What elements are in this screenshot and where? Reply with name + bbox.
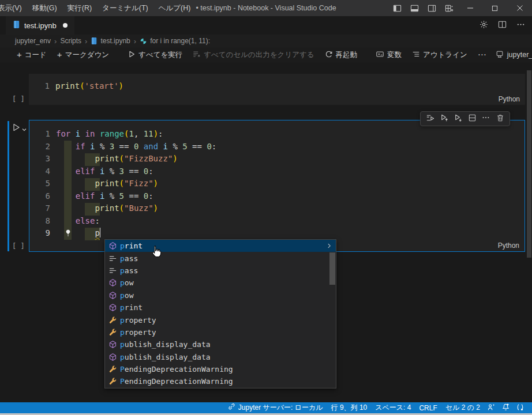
menu-item-1[interactable]: 移動(G) [27, 0, 62, 16]
suggest-item-print[interactable]: print [105, 240, 336, 252]
run-by-line-button[interactable] [424, 112, 436, 125]
suggest-item-print[interactable]: print [105, 301, 336, 314]
suggest-item-pass[interactable]: pass [105, 265, 336, 277]
delete-cell-button[interactable] [494, 112, 507, 125]
code-text: print("Buzz") [56, 202, 158, 215]
tab-label: test.ipynb [24, 21, 57, 30]
outline-button[interactable]: アウトライン [408, 49, 471, 61]
cell1-editor[interactable]: 1print('start') Python [29, 74, 525, 105]
clear-all-outputs-button[interactable]: すべてのセルの出力をクリアする [189, 49, 318, 61]
eol-status[interactable]: CRLF [415, 402, 441, 413]
suggest-item-publish_display_data[interactable]: publish_display_data [105, 338, 336, 350]
toggle-secondary-sidebar-button[interactable] [423, 0, 440, 16]
autocomplete-widget: printpasspasspowpowprintpropertyproperty… [104, 239, 336, 388]
suggest-item-pass[interactable]: pass [105, 252, 336, 264]
window-title: • test.ipynb - Notebook - Visual Studio … [196, 0, 336, 16]
suggest-item-label: pow [120, 291, 133, 300]
cursor-position-status[interactable]: 行 9、列 10 [327, 402, 372, 413]
kernel-environment-icon [496, 50, 504, 60]
menu-item-3[interactable]: ターミナル(T) [97, 0, 153, 16]
breadcrumb-segment-1[interactable]: Scripts [60, 37, 81, 45]
more-editor-actions-button[interactable] [514, 18, 527, 32]
tab-test-ipynb[interactable]: test.ipynb [6, 16, 74, 35]
notifications-button[interactable] [499, 402, 513, 413]
cell1-language-picker[interactable]: Python [499, 95, 520, 103]
line-number: 9 [29, 227, 56, 240]
add-markdown-cell-button[interactable]: + マークダウン [53, 49, 113, 61]
code-line[interactable]: 1for i in range(1, 11): [29, 128, 524, 141]
symbol-method-icon [108, 303, 117, 312]
notebook-scrollbar[interactable] [527, 70, 531, 258]
close-button[interactable] [507, 0, 532, 16]
kernel-picker-button[interactable]: jupyter_env (Python 3.9.7) [496, 50, 532, 60]
suggest-item-property[interactable]: property [105, 326, 336, 338]
more-cell-actions-button[interactable] [479, 112, 492, 125]
lightbulb-icon[interactable] [64, 229, 72, 240]
mouse-cursor [149, 244, 163, 263]
restart-kernel-button[interactable]: 再起動 [321, 49, 362, 61]
code-line[interactable]: 3 print("FizzBuzz") [29, 153, 524, 165]
code-text: if i % 3 == 0 and i % 5 == 0: [56, 141, 216, 153]
more-toolbar-actions-button[interactable]: ⋯ [474, 48, 491, 61]
minimize-button[interactable] [458, 0, 482, 16]
close-icon [516, 5, 523, 12]
breadcrumb-label: Scripts [60, 37, 81, 45]
suggest-item-pow[interactable]: pow [105, 289, 336, 301]
toggle-panel-button[interactable] [406, 0, 423, 16]
symbol-class-icon [108, 315, 117, 325]
breadcrumb-segment-2[interactable]: test.ipynb [91, 37, 130, 45]
line-number: 1 [29, 128, 56, 141]
language-status-button[interactable] [513, 402, 527, 413]
text-cursor [100, 228, 101, 237]
customize-layout-button[interactable] [440, 0, 458, 16]
indentation-status[interactable]: スペース: 4 [371, 402, 415, 413]
breadcrumb-separator: › [85, 37, 87, 46]
cell2-run-button[interactable] [12, 122, 29, 135]
code-text: print("FizzBuzz") [56, 153, 178, 165]
suggest-item-label: PendingDeprecationWarning [120, 365, 233, 373]
code-line[interactable]: 9 p [29, 227, 524, 240]
feedback-button[interactable] [484, 402, 499, 413]
suggest-item-property[interactable]: property [105, 314, 336, 326]
maximize-button[interactable] [482, 0, 507, 16]
code-line[interactable]: 6 elif i % 5 == 0: [29, 190, 524, 203]
suggest-item-PendingDeprecationWarning[interactable]: PendingDeprecationWarning [105, 363, 336, 375]
code-line[interactable]: 5 print("Fizz") [29, 178, 524, 190]
code-line[interactable]: 1print('start') [29, 80, 525, 93]
code-line[interactable]: 4 elif i % 3 == 0: [29, 165, 524, 178]
cell-position-status[interactable]: セル 2 の 2 [441, 402, 484, 413]
code-line[interactable]: 7 print("Buzz") [29, 202, 524, 215]
run-all-button[interactable]: すべてを実行 [123, 49, 186, 61]
cell2-editor[interactable]: 1for i in range(1, 11):2 if i % 3 == 0 a… [29, 120, 525, 252]
breadcrumb-segment-0[interactable]: jupyter_env [15, 37, 51, 45]
split-cell-button[interactable] [466, 112, 478, 125]
notebook-settings-button[interactable] [477, 18, 490, 32]
cell2-language-picker[interactable]: Python [498, 242, 519, 250]
suggest-item-publish_display_data[interactable]: publish_display_data [105, 351, 336, 363]
split-editor-icon [498, 20, 507, 31]
symbol-method-icon [108, 242, 117, 251]
menu-item-2[interactable]: 実行(R) [62, 0, 97, 16]
suggest-item-pow[interactable]: pow [105, 277, 336, 289]
symbol-keyword-icon [108, 254, 117, 263]
modified-dot-icon[interactable] [63, 23, 68, 28]
jupyter-server-icon [227, 403, 235, 413]
more-actions-icon: ⋯ [478, 50, 487, 60]
menu-item-4[interactable]: ヘルプ(H) [153, 0, 196, 16]
code-line[interactable]: 8 else: [29, 215, 524, 228]
menu-item-0[interactable]: 表示(V) [0, 0, 27, 16]
suggest-scrollbar[interactable] [329, 252, 335, 285]
jupyter-server-status[interactable]: Jupyter サーバー: ローカル [223, 402, 327, 413]
run-below-cells-button[interactable] [452, 112, 464, 125]
suggest-item-PendingDeprecationWarning[interactable]: PendingDeprecationWarning [105, 375, 336, 387]
variables-button[interactable]: 変数 [372, 49, 406, 61]
breadcrumb-label: for i in range(1, 11): [150, 37, 210, 45]
toggle-sidebar-button[interactable] [388, 0, 406, 16]
add-code-cell-button[interactable]: + コード [13, 49, 51, 61]
run-above-cells-button[interactable] [437, 112, 450, 125]
code-line[interactable]: 2 if i % 3 == 0 and i % 5 == 0: [29, 141, 524, 153]
breadcrumb-segment-3[interactable]: for i in range(1, 11): [140, 37, 210, 45]
split-editor-button[interactable] [495, 18, 509, 32]
chevron-right-icon[interactable] [326, 243, 332, 249]
bell-icon [501, 403, 510, 413]
